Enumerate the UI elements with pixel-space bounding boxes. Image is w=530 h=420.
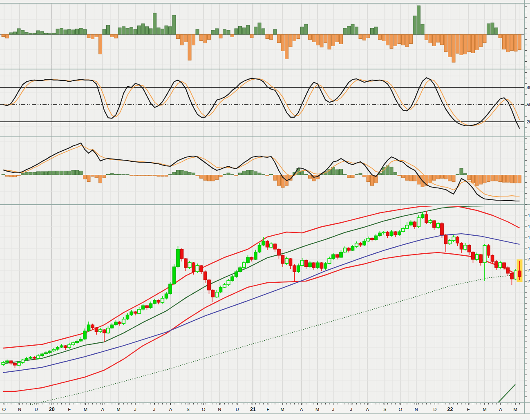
histogram-bar [378, 35, 382, 40]
macd-histogram-bar [472, 175, 475, 183]
candlestick [208, 280, 211, 290]
candlestick [262, 241, 265, 245]
candlestick [347, 248, 351, 250]
candlestick [45, 353, 48, 354]
candlestick [433, 221, 436, 228]
histogram-bar [367, 35, 370, 38]
histogram-bar [239, 26, 242, 34]
candlestick [180, 249, 183, 259]
histogram-bar [149, 29, 152, 34]
histogram-bar [246, 25, 250, 34]
macd-histogram-bar [452, 175, 455, 182]
macd-histogram-bar [60, 171, 63, 175]
candlestick [188, 263, 191, 268]
macd-histogram-bar [231, 174, 234, 175]
macd-histogram-bar [21, 174, 25, 175]
histogram-bar [467, 35, 471, 52]
candlestick [429, 221, 432, 223]
histogram-bar [134, 29, 137, 34]
candlestick [363, 241, 366, 245]
macd-histogram-bar [343, 174, 347, 175]
candlestick [417, 218, 420, 227]
histogram-bar [64, 30, 67, 34]
candlestick [413, 222, 416, 227]
month-label: O [2, 407, 6, 412]
year-label: 22 [447, 407, 453, 412]
histogram-bar [188, 35, 191, 60]
histogram-bar [413, 16, 416, 34]
macd-histogram-bar [215, 175, 219, 180]
histogram-bar [297, 35, 300, 39]
candlestick [483, 246, 486, 263]
month-label: J [332, 407, 335, 412]
macd-histogram-bar [495, 175, 498, 181]
candlestick [359, 243, 362, 245]
candlestick [161, 298, 164, 302]
macd-histogram-bar [72, 170, 75, 175]
macd-histogram-bar [436, 175, 440, 179]
macd-histogram-bar [309, 175, 312, 179]
histogram-bar [17, 29, 20, 34]
histogram-bar [518, 35, 521, 50]
month-label: O [202, 407, 206, 412]
candlestick [394, 232, 397, 235]
macd-histogram-bar [172, 172, 176, 175]
macd-histogram-bar [126, 174, 129, 175]
candlestick [33, 357, 36, 358]
candlestick [398, 232, 401, 235]
histogram-bar [107, 25, 110, 34]
candlestick [328, 259, 331, 264]
candlestick [157, 300, 160, 302]
macd-histogram-bar [246, 170, 250, 175]
macd-histogram-bar [467, 175, 471, 180]
histogram-bar [363, 35, 366, 40]
candlestick [215, 292, 219, 297]
histogram-bar [215, 29, 219, 34]
candlestick [254, 252, 257, 259]
histogram-bar [211, 30, 215, 34]
histogram-bar [429, 35, 432, 43]
candlestick [246, 257, 250, 263]
histogram-bar [79, 28, 83, 34]
histogram-bar [165, 26, 168, 34]
histogram-bar [6, 35, 9, 38]
histogram-bar [316, 35, 320, 45]
candlestick [277, 249, 281, 255]
multi-panel-stock-chart[interactable]: 8050204444222OND20FMAMJJASOND21FMAMJJASO… [0, 0, 530, 420]
candlestick [371, 238, 374, 240]
histogram-bar [347, 26, 351, 34]
histogram-bar [95, 35, 98, 37]
histogram-bar [103, 29, 106, 34]
candlestick [456, 237, 459, 243]
macd-histogram-bar [335, 170, 339, 175]
histogram-bar [196, 29, 199, 34]
histogram-bar [394, 35, 397, 46]
candlestick [177, 249, 180, 267]
candlestick [107, 328, 110, 333]
candlestick [374, 236, 378, 240]
candlestick [343, 248, 347, 252]
month-label: S [187, 407, 190, 412]
histogram-bar [351, 24, 354, 34]
macd-histogram-bar [157, 175, 160, 176]
month-label: D [35, 407, 38, 412]
candlestick [335, 255, 339, 257]
candlestick [56, 347, 59, 349]
stochastic-level-label: 80 [527, 85, 530, 90]
month-label: F [467, 407, 470, 412]
macd-histogram-bar [118, 174, 121, 175]
histogram-bar [48, 34, 51, 34]
candlestick [87, 325, 90, 331]
macd-histogram-bar [64, 171, 67, 175]
macd-histogram-bar [45, 172, 48, 175]
macd-histogram-bar [475, 175, 479, 186]
histogram-bar [464, 35, 467, 54]
macd-histogram-bar [153, 175, 157, 176]
candlestick [103, 330, 106, 333]
histogram-bar [343, 28, 347, 34]
histogram-bar [335, 35, 339, 42]
histogram-bar [332, 35, 335, 46]
macd-histogram-bar [483, 175, 486, 183]
histogram-bar [21, 30, 25, 34]
month-label: S [383, 407, 386, 412]
